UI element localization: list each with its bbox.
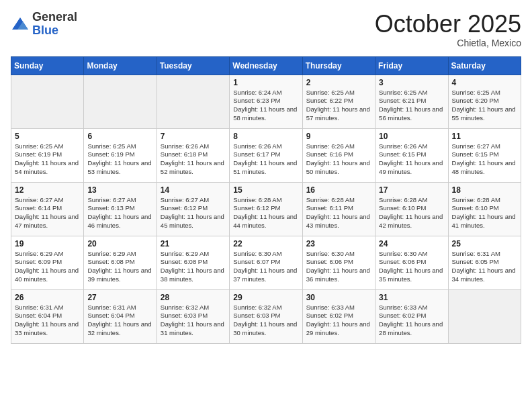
calendar-cell: 19Sunrise: 6:29 AMSunset: 6:09 PMDayligh… (11, 236, 84, 289)
day-number: 18 (452, 185, 517, 195)
calendar-cell: 31Sunrise: 6:33 AMSunset: 6:02 PMDayligh… (375, 289, 448, 343)
day-number: 31 (379, 293, 444, 302)
day-number: 12 (15, 185, 80, 195)
week-row-1: 5Sunrise: 6:25 AMSunset: 6:19 PMDaylight… (11, 128, 521, 182)
day-number: 4 (452, 78, 517, 87)
cell-details: Sunrise: 6:26 AMSunset: 6:17 PMDaylight:… (233, 142, 298, 177)
calendar-cell: 13Sunrise: 6:27 AMSunset: 6:13 PMDayligh… (84, 182, 157, 236)
col-header-sunday: Sunday (11, 56, 84, 75)
cell-details: Sunrise: 6:28 AMSunset: 6:10 PMDaylight:… (379, 196, 444, 230)
calendar-cell: 10Sunrise: 6:26 AMSunset: 6:15 PMDayligh… (375, 128, 448, 182)
week-row-4: 26Sunrise: 6:31 AMSunset: 6:04 PMDayligh… (11, 289, 521, 343)
cell-details: Sunrise: 6:31 AMSunset: 6:04 PMDaylight:… (87, 304, 152, 338)
calendar-cell: 18Sunrise: 6:28 AMSunset: 6:10 PMDayligh… (448, 182, 521, 236)
day-number: 14 (161, 185, 226, 195)
calendar-cell: 16Sunrise: 6:28 AMSunset: 6:11 PMDayligh… (302, 182, 375, 236)
calendar-cell: 7Sunrise: 6:26 AMSunset: 6:18 PMDaylight… (157, 128, 229, 182)
logo-icon (11, 15, 30, 34)
col-header-wednesday: Wednesday (230, 56, 302, 75)
cell-details: Sunrise: 6:28 AMSunset: 6:12 PMDaylight:… (233, 196, 298, 230)
calendar-cell: 29Sunrise: 6:32 AMSunset: 6:03 PMDayligh… (230, 289, 302, 343)
day-number: 9 (306, 132, 371, 141)
cell-details: Sunrise: 6:25 AMSunset: 6:19 PMDaylight:… (87, 142, 152, 177)
calendar-cell: 17Sunrise: 6:28 AMSunset: 6:10 PMDayligh… (375, 182, 448, 236)
logo: General Blue (11, 11, 77, 38)
cell-details: Sunrise: 6:24 AMSunset: 6:23 PMDaylight:… (233, 89, 298, 123)
cell-details: Sunrise: 6:25 AMSunset: 6:19 PMDaylight:… (15, 142, 80, 177)
calendar-cell: 3Sunrise: 6:25 AMSunset: 6:21 PMDaylight… (375, 75, 448, 128)
cell-details: Sunrise: 6:33 AMSunset: 6:02 PMDaylight:… (379, 304, 444, 338)
calendar-cell: 9Sunrise: 6:26 AMSunset: 6:16 PMDaylight… (302, 128, 375, 182)
cell-details: Sunrise: 6:28 AMSunset: 6:10 PMDaylight:… (452, 196, 517, 230)
col-header-tuesday: Tuesday (157, 56, 229, 75)
day-number: 28 (161, 293, 226, 302)
day-number: 24 (379, 239, 444, 248)
calendar-body: 1Sunrise: 6:24 AMSunset: 6:23 PMDaylight… (11, 75, 521, 343)
day-number: 1 (233, 78, 298, 87)
calendar-cell (11, 75, 84, 128)
col-header-thursday: Thursday (302, 56, 375, 75)
cell-details: Sunrise: 6:25 AMSunset: 6:20 PMDaylight:… (452, 89, 517, 123)
day-number: 5 (15, 132, 80, 141)
day-number: 7 (161, 132, 226, 141)
col-header-friday: Friday (375, 56, 448, 75)
calendar-cell: 21Sunrise: 6:29 AMSunset: 6:08 PMDayligh… (157, 236, 229, 289)
cell-details: Sunrise: 6:26 AMSunset: 6:15 PMDaylight:… (379, 142, 444, 177)
calendar-cell: 25Sunrise: 6:31 AMSunset: 6:05 PMDayligh… (448, 236, 521, 289)
logo-general-text: General (32, 10, 77, 24)
cell-details: Sunrise: 6:26 AMSunset: 6:16 PMDaylight:… (306, 142, 371, 177)
calendar-cell: 20Sunrise: 6:29 AMSunset: 6:08 PMDayligh… (84, 236, 157, 289)
day-number: 22 (233, 239, 298, 248)
cell-details: Sunrise: 6:27 AMSunset: 6:13 PMDaylight:… (87, 196, 152, 230)
calendar-cell (84, 75, 157, 128)
cell-details: Sunrise: 6:30 AMSunset: 6:06 PMDaylight:… (379, 250, 444, 284)
calendar-cell: 14Sunrise: 6:27 AMSunset: 6:12 PMDayligh… (157, 182, 229, 236)
col-header-monday: Monday (84, 56, 157, 75)
cell-details: Sunrise: 6:31 AMSunset: 6:05 PMDaylight:… (452, 250, 517, 284)
col-header-saturday: Saturday (448, 56, 521, 75)
cell-details: Sunrise: 6:29 AMSunset: 6:09 PMDaylight:… (15, 250, 80, 284)
day-number: 23 (306, 239, 371, 248)
calendar-cell: 8Sunrise: 6:26 AMSunset: 6:17 PMDaylight… (230, 128, 302, 182)
calendar-cell: 22Sunrise: 6:30 AMSunset: 6:07 PMDayligh… (230, 236, 302, 289)
cell-details: Sunrise: 6:28 AMSunset: 6:11 PMDaylight:… (306, 196, 371, 230)
day-number: 30 (306, 293, 371, 302)
calendar-cell: 28Sunrise: 6:32 AMSunset: 6:03 PMDayligh… (157, 289, 229, 343)
calendar-cell: 12Sunrise: 6:27 AMSunset: 6:14 PMDayligh… (11, 182, 84, 236)
calendar-cell: 23Sunrise: 6:30 AMSunset: 6:06 PMDayligh… (302, 236, 375, 289)
cell-details: Sunrise: 6:25 AMSunset: 6:22 PMDaylight:… (306, 89, 371, 123)
calendar-cell: 26Sunrise: 6:31 AMSunset: 6:04 PMDayligh… (11, 289, 84, 343)
day-number: 20 (87, 239, 152, 248)
day-number: 25 (452, 239, 517, 248)
logo-blue-text: Blue (32, 24, 58, 37)
cell-details: Sunrise: 6:27 AMSunset: 6:12 PMDaylight:… (161, 196, 226, 230)
location-subtitle: Chietla, Mexico (375, 38, 521, 48)
page-header: General Blue October 2025 Chietla, Mexic… (11, 11, 521, 48)
cell-details: Sunrise: 6:27 AMSunset: 6:15 PMDaylight:… (452, 142, 517, 177)
week-row-0: 1Sunrise: 6:24 AMSunset: 6:23 PMDaylight… (11, 75, 521, 128)
calendar-cell: 4Sunrise: 6:25 AMSunset: 6:20 PMDaylight… (448, 75, 521, 128)
cell-details: Sunrise: 6:27 AMSunset: 6:14 PMDaylight:… (15, 196, 80, 230)
cell-details: Sunrise: 6:31 AMSunset: 6:04 PMDaylight:… (15, 304, 80, 338)
calendar-cell: 6Sunrise: 6:25 AMSunset: 6:19 PMDaylight… (84, 128, 157, 182)
title-block: October 2025 Chietla, Mexico (375, 11, 521, 48)
calendar-cell: 24Sunrise: 6:30 AMSunset: 6:06 PMDayligh… (375, 236, 448, 289)
calendar-header: SundayMondayTuesdayWednesdayThursdayFrid… (11, 56, 521, 75)
calendar-cell (157, 75, 229, 128)
calendar-cell: 30Sunrise: 6:33 AMSunset: 6:02 PMDayligh… (302, 289, 375, 343)
day-number: 21 (161, 239, 226, 248)
cell-details: Sunrise: 6:29 AMSunset: 6:08 PMDaylight:… (87, 250, 152, 284)
cell-details: Sunrise: 6:32 AMSunset: 6:03 PMDaylight:… (161, 304, 226, 338)
day-number: 10 (379, 132, 444, 141)
calendar-cell (448, 289, 521, 343)
cell-details: Sunrise: 6:32 AMSunset: 6:03 PMDaylight:… (233, 304, 298, 338)
day-number: 19 (15, 239, 80, 248)
day-number: 27 (87, 293, 152, 302)
day-number: 2 (306, 78, 371, 87)
day-number: 11 (452, 132, 517, 141)
cell-details: Sunrise: 6:29 AMSunset: 6:08 PMDaylight:… (161, 250, 226, 284)
day-number: 29 (233, 293, 298, 302)
calendar-table: SundayMondayTuesdayWednesdayThursdayFrid… (11, 56, 521, 344)
cell-details: Sunrise: 6:33 AMSunset: 6:02 PMDaylight:… (306, 304, 371, 338)
cell-details: Sunrise: 6:30 AMSunset: 6:06 PMDaylight:… (306, 250, 371, 284)
